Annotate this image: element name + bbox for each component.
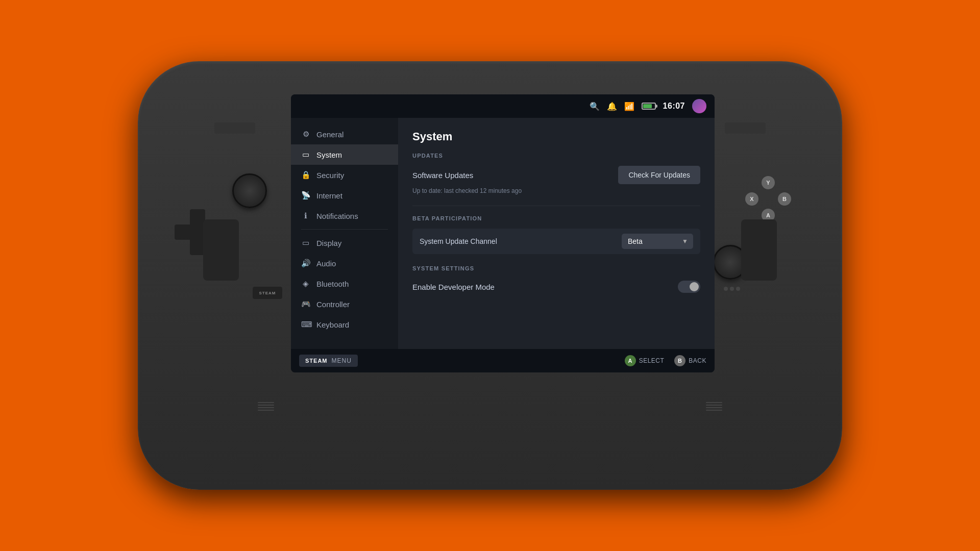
left-speaker — [258, 402, 274, 411]
bottom-actions: A SELECT B BACK — [625, 355, 706, 366]
b-button[interactable]: B — [778, 192, 791, 206]
steam-menu-menu-label: MENU — [332, 357, 352, 364]
bell-icon[interactable]: 🔔 — [607, 102, 617, 111]
select-action-label: SELECT — [639, 357, 665, 364]
wifi-icon: 📶 — [624, 102, 634, 111]
y-button[interactable]: Y — [762, 176, 775, 189]
face-buttons: Y X B A — [745, 176, 791, 222]
display-icon: ▭ — [301, 238, 310, 247]
sidebar-item-display[interactable]: ▭ Display — [291, 233, 398, 253]
dots-button[interactable] — [724, 287, 740, 291]
sidebar-item-system[interactable]: ▭ System — [291, 144, 398, 165]
dev-mode-row: Enable Developer Mode — [412, 279, 700, 295]
a-action-circle: A — [625, 355, 636, 366]
sidebar-item-bluetooth[interactable]: ◈ Bluetooth — [291, 273, 398, 294]
screen: 🔍 🔔 📶 16:07 ⚙ General ▭ System — [291, 94, 715, 372]
steam-hardware-button[interactable]: STEAM — [253, 287, 282, 299]
sidebar-item-notifications[interactable]: ℹ Notifications — [291, 206, 398, 226]
left-analog-stick[interactable] — [232, 173, 267, 208]
sidebar-item-audio[interactable]: 🔊 Audio — [291, 253, 398, 273]
info-icon: ℹ — [301, 211, 310, 220]
sidebar-item-general[interactable]: ⚙ General — [291, 124, 398, 144]
gear-icon: ⚙ — [301, 130, 310, 139]
check-updates-button[interactable]: Check For Updates — [618, 166, 700, 184]
channel-label: System Update Channel — [420, 237, 497, 245]
gamepad-icon: 🎮 — [301, 299, 310, 309]
top-bar: 🔍 🔔 📶 16:07 — [291, 94, 715, 118]
dev-mode-label: Enable Developer Mode — [412, 283, 495, 291]
channel-select[interactable]: Stable Beta Preview — [622, 234, 693, 249]
back-action: B BACK — [674, 355, 706, 366]
right-shoulder-button[interactable] — [725, 122, 766, 134]
keyboard-icon: ⌨ — [301, 320, 310, 329]
search-icon[interactable]: 🔍 — [590, 102, 600, 111]
beta-section-header: BETA PARTICIPATION — [412, 215, 700, 221]
steam-menu-steam-label: STEAM — [305, 358, 328, 364]
channel-dropdown-wrapper: Stable Beta Preview ▼ — [622, 234, 693, 249]
updates-section-header: UPDATES — [412, 153, 700, 159]
software-update-row: Software Updates Check For Updates — [412, 166, 700, 184]
sidebar-item-keyboard[interactable]: ⌨ Keyboard — [291, 314, 398, 335]
sidebar-item-internet[interactable]: 📡 Internet — [291, 185, 398, 206]
steam-menu-button[interactable]: STEAM MENU — [299, 355, 358, 367]
monitor-icon: ▭ — [301, 150, 310, 159]
system-settings-header: SYSTEM SETTINGS — [412, 265, 700, 271]
sidebar-divider — [301, 229, 388, 230]
sidebar-item-security[interactable]: 🔒 Security — [291, 165, 398, 185]
select-action: A SELECT — [625, 355, 665, 366]
bottom-bar: STEAM MENU A SELECT B BACK — [291, 349, 715, 372]
globe-icon: 📡 — [301, 191, 310, 200]
audio-icon: 🔊 — [301, 259, 310, 268]
back-action-label: BACK — [689, 357, 706, 364]
right-speaker — [706, 402, 722, 411]
dev-mode-toggle[interactable] — [678, 281, 700, 293]
sidebar: ⚙ General ▭ System 🔒 Security 📡 Internet… — [291, 118, 398, 349]
steam-deck-device: Y X B A STEAM — [133, 46, 847, 505]
page-title: System — [412, 130, 700, 143]
software-updates-label: Software Updates — [412, 171, 473, 180]
battery-indicator — [642, 103, 656, 110]
bluetooth-icon: ◈ — [301, 279, 310, 288]
lock-icon: 🔒 — [301, 170, 310, 180]
left-shoulder-button[interactable] — [214, 122, 255, 134]
channel-dropdown-row: System Update Channel Stable Beta Previe… — [412, 229, 700, 254]
main-content: ⚙ General ▭ System 🔒 Security 📡 Internet… — [291, 118, 715, 349]
user-avatar[interactable] — [692, 99, 706, 113]
left-grip-pad — [203, 219, 239, 281]
update-status-text: Up to date: last checked 12 minutes ago — [412, 187, 700, 194]
right-grip-pad — [741, 219, 777, 281]
clock: 16:07 — [663, 102, 685, 111]
toggle-knob — [690, 282, 699, 291]
content-panel: System UPDATES Software Updates Check Fo… — [398, 118, 715, 349]
x-button[interactable]: X — [745, 192, 758, 206]
section-divider-1 — [412, 206, 700, 206]
b-action-circle: B — [674, 355, 685, 366]
sidebar-item-controller[interactable]: 🎮 Controller — [291, 294, 398, 314]
